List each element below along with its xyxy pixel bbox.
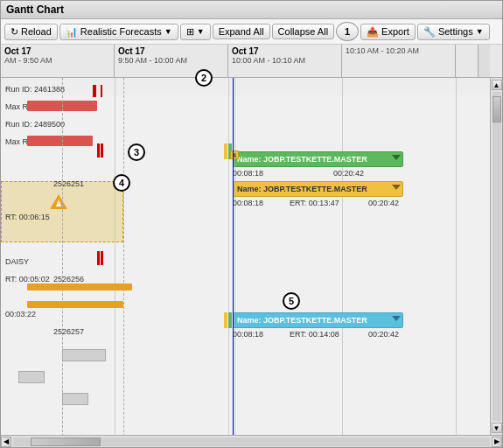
red-bar-2	[27, 136, 93, 146]
annotation-3: 3	[128, 144, 145, 161]
annotation-4: 4	[113, 174, 130, 192]
orange-bar-2	[27, 301, 123, 308]
rt-label-1: RT: 00:06:15	[5, 213, 50, 221]
bar-ert-2: ERT: 00:13:47	[290, 199, 339, 207]
bar-dropdown-3	[392, 316, 401, 321]
bar-time-end-3: 00:20:42	[368, 330, 399, 339]
vline-2	[228, 78, 229, 435]
expand-all-button[interactable]: Expand All	[213, 24, 270, 39]
marker-green-2	[228, 312, 232, 328]
time-header: 2 Oct 17 AM - 9:50 AM Oct 17 9:50 AM - 1…	[1, 45, 502, 78]
vline-1	[115, 78, 115, 435]
gantt-scroll[interactable]: 3 Run ID: 2461388 Run ID: 2527014 Max RT…	[1, 78, 490, 435]
reload-icon: ↻	[10, 26, 18, 38]
expand-dropdown-arrow: ▼	[197, 27, 205, 36]
bar-time-start-2: 00:08:18	[233, 199, 263, 207]
marker-yellow-2	[224, 312, 227, 328]
settings-icon: 🔧	[423, 26, 436, 38]
id-2526251: 2526251	[53, 179, 84, 188]
window-title: Gantt Chart	[6, 4, 64, 16]
row-stripe-1	[1, 78, 490, 95]
scroll-track	[493, 92, 501, 421]
timeline-cursor-2	[234, 78, 235, 435]
scroll-left-btn[interactable]: ◀	[1, 437, 11, 447]
bar-time-start-3: 00:08:18	[233, 330, 263, 339]
bar-time-end-1: 00:20:42	[333, 169, 364, 178]
h-scroll-track	[13, 438, 490, 446]
settings-dropdown-arrow: ▼	[476, 27, 484, 36]
vline-4	[456, 78, 457, 435]
green-bar-1: Name: JOBP.TESTKETTE.MASTER	[233, 151, 403, 167]
title-bar: Gantt Chart	[1, 1, 502, 19]
yellow-bar-1: Name: JOBP.TESTKETTE.MASTER	[233, 181, 403, 197]
time-label-3: 00:03:22	[5, 310, 36, 318]
gantt-area: 2 Oct 17 AM - 9:50 AM Oct 17 9:50 AM - 1…	[1, 45, 502, 447]
marker-red-top	[97, 144, 100, 158]
export-button[interactable]: 📤 Export	[360, 24, 416, 40]
dashed-vline-1	[62, 78, 63, 435]
blue-bar-1: Name: JOBP.TESTKETTE.MASTER	[233, 312, 403, 328]
forecasts-button[interactable]: 📊 Realistic Forecasts ▼	[59, 24, 178, 40]
annotation-5: 5	[283, 292, 300, 310]
circle-button-1[interactable]: 1	[336, 22, 359, 41]
bottom-item-2	[18, 371, 45, 383]
marker-red-2	[101, 85, 102, 97]
bottom-item-1	[62, 349, 106, 361]
bar-time-end-2: 00:20:42	[368, 199, 399, 207]
vertical-scrollbar[interactable]: ▲ ▼	[490, 78, 502, 435]
collapse-all-button[interactable]: Collapse All	[272, 24, 334, 39]
orange-bar-1	[27, 284, 132, 290]
bar-dropdown-2	[392, 185, 401, 190]
timeline-cursor	[233, 78, 234, 435]
h-scroll-thumb[interactable]	[31, 438, 101, 446]
time-col-2: Oct 17 9:50 AM - 10:00 AM	[115, 45, 228, 77]
expand-dropdown-button[interactable]: ⊞ ▼	[180, 24, 211, 40]
id-2526256: 2526256	[53, 275, 84, 284]
run-id-3-label: Run ID: 2489500	[5, 120, 65, 129]
export-icon: 📤	[367, 26, 379, 38]
id-2526257: 2526257	[53, 327, 84, 336]
bottom-item-3	[62, 393, 88, 405]
gantt-canvas: 3 Run ID: 2461388 Run ID: 2527014 Max RT…	[1, 78, 490, 435]
scroll-down-btn[interactable]: ▼	[492, 423, 502, 433]
rt-label-2: RT: 00:05:02	[5, 275, 50, 284]
scroll-up-btn[interactable]: ▲	[492, 80, 502, 90]
time-col-4: 10:10 AM - 10:20 AM	[342, 45, 456, 77]
daisy-label: DAISY	[5, 257, 29, 266]
settings-button[interactable]: 🔧 Settings ▼	[417, 24, 490, 40]
marker-red-mid	[97, 251, 100, 265]
marker-red-mid-2	[101, 251, 103, 265]
bar-time-start-1: 00:08:18	[233, 169, 263, 178]
marker-red-top-2	[101, 144, 103, 158]
warning-triangle-container: !	[50, 194, 67, 209]
bar-ert-3: ERT: 00:14:08	[290, 330, 339, 339]
marker-yellow-1	[224, 144, 227, 159]
toolbar: ↻ Reload 📊 Realistic Forecasts ▼ ⊞ ▼ Exp…	[1, 19, 502, 45]
gantt-body: 3 Run ID: 2461388 Run ID: 2527014 Max RT…	[1, 78, 502, 435]
marker-group-1	[93, 85, 102, 99]
forecasts-dropdown-arrow: ▼	[164, 27, 172, 36]
run-id-1-label: Run ID: 2461388	[5, 85, 65, 94]
warning-exclaim: !	[57, 198, 60, 205]
annotation-2: 2	[195, 69, 213, 87]
reload-button[interactable]: ↻ Reload	[4, 24, 58, 40]
scroll-thumb[interactable]	[493, 96, 501, 122]
forecast-icon: 📊	[66, 26, 78, 38]
expand-icon: ⊞	[186, 26, 194, 38]
marker-red-1	[93, 85, 96, 97]
gantt-window: Gantt Chart ↻ Reload 📊 Realistic Forecas…	[0, 0, 503, 448]
scroll-right-btn[interactable]: ▶	[492, 437, 502, 447]
vline-3	[342, 78, 343, 435]
time-col-3: Oct 17 10:00 AM - 10:10 AM	[228, 45, 342, 77]
dashed-vline-2	[123, 78, 124, 435]
bar-dropdown-1	[392, 155, 401, 160]
time-col-1: Oct 17 AM - 9:50 AM	[1, 45, 115, 77]
horizontal-scrollbar[interactable]: ◀ ▶	[1, 435, 502, 447]
